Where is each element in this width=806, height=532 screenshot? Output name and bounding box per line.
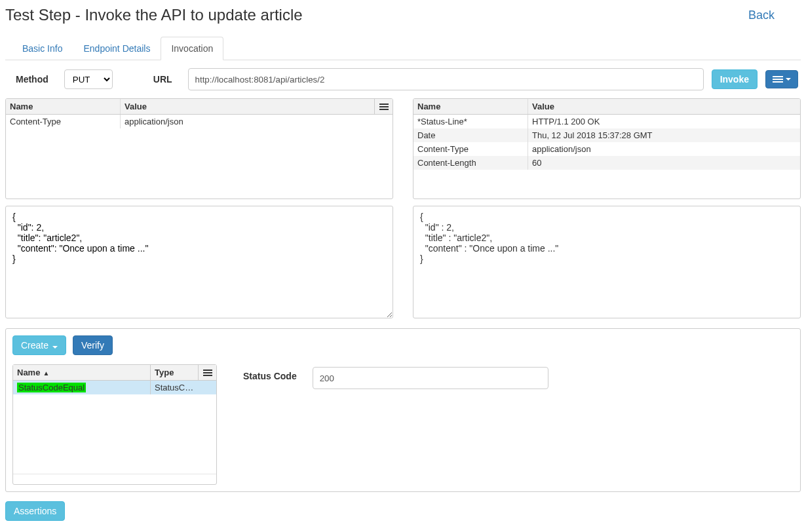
- assert-name-col[interactable]: Name▲: [13, 365, 151, 380]
- method-select[interactable]: PUT: [64, 69, 113, 89]
- assertions-grid: Name▲ Type StatusCodeEqual StatusC…: [12, 364, 217, 485]
- hamburger-icon: [773, 75, 783, 84]
- response-body-box: { "id" : 2, "title" : "article2", "conte…: [413, 206, 801, 318]
- assert-type-col[interactable]: Type: [151, 365, 198, 380]
- url-input[interactable]: [188, 68, 704, 90]
- tab-endpoint-details[interactable]: Endpoint Details: [73, 37, 161, 60]
- grid-menu-icon[interactable]: [198, 365, 216, 380]
- horizontal-scrollbar[interactable]: [13, 474, 216, 484]
- assertions-panel: Create Verify Name▲ Type StatusCodeEqual…: [5, 328, 801, 492]
- assertions-button[interactable]: Assertions: [5, 501, 65, 521]
- tab-invocation[interactable]: Invocation: [161, 37, 223, 60]
- grid-menu-icon[interactable]: [374, 99, 393, 114]
- res-header-name-col[interactable]: Name: [413, 99, 528, 114]
- res-header-value-col[interactable]: Value: [528, 99, 800, 114]
- verify-button[interactable]: Verify: [73, 335, 113, 355]
- status-code-input[interactable]: [313, 367, 548, 389]
- tab-bar: Basic Info Endpoint Details Invocation: [5, 36, 801, 60]
- assertion-row[interactable]: StatusCodeEqual StatusC…: [13, 381, 216, 394]
- req-header-value-col[interactable]: Value: [121, 99, 374, 114]
- method-label: Method: [8, 74, 56, 85]
- request-body-textarea[interactable]: [5, 206, 393, 318]
- create-assertion-button[interactable]: Create: [12, 335, 66, 355]
- actions-menu-button[interactable]: [765, 70, 798, 88]
- req-header-name-col[interactable]: Name: [6, 99, 121, 114]
- tab-basic-info[interactable]: Basic Info: [12, 37, 73, 60]
- table-row[interactable]: Content-Typeapplication/json: [413, 142, 800, 156]
- url-label: URL: [121, 74, 180, 85]
- sort-asc-icon: ▲: [43, 370, 49, 377]
- table-row[interactable]: DateThu, 12 Jul 2018 15:37:28 GMT: [413, 128, 800, 142]
- table-row[interactable]: Content-Typeapplication/json: [6, 115, 393, 128]
- table-row[interactable]: *Status-Line*HTTP/1.1 200 OK: [413, 115, 800, 128]
- page-title: Test Step - Invoke the API to update art…: [5, 6, 303, 24]
- request-headers-grid: Name Value Content-Typeapplication/json: [5, 98, 393, 199]
- response-headers-grid: Name Value *Status-Line*HTTP/1.1 200 OKD…: [413, 98, 801, 199]
- invoke-button[interactable]: Invoke: [712, 69, 758, 89]
- status-code-label: Status Code: [243, 367, 297, 381]
- caret-down-icon: [52, 346, 58, 349]
- caret-down-icon: [786, 78, 791, 81]
- table-row[interactable]: Content-Length60: [413, 156, 800, 170]
- back-link[interactable]: Back: [748, 9, 801, 22]
